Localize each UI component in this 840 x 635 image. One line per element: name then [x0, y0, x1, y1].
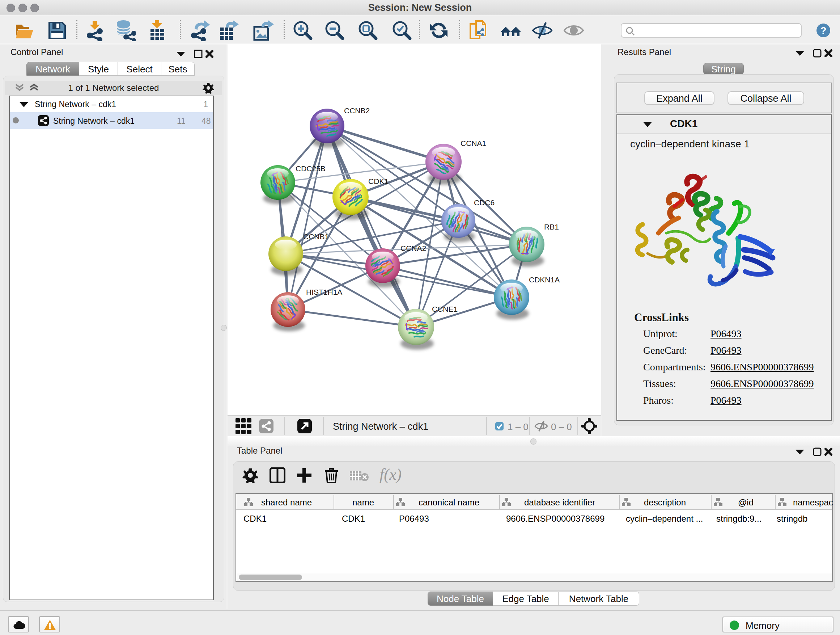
- svg-text:CCNB2: CCNB2: [344, 106, 370, 115]
- svg-text:CCNB1: CCNB1: [303, 233, 329, 241]
- svg-text:?: ?: [820, 25, 826, 36]
- svg-text:CDKN1A: CDKN1A: [529, 276, 560, 284]
- svg-text:CDK1: CDK1: [368, 177, 388, 185]
- svg-text:CCNA1: CCNA1: [461, 139, 486, 147]
- svg-text:CCNA2: CCNA2: [401, 244, 426, 252]
- svg-text:RB1: RB1: [544, 223, 559, 231]
- svg-text:CCNE1: CCNE1: [432, 305, 458, 313]
- svg-text:CDC6: CDC6: [474, 198, 494, 207]
- svg-text:CDC25B: CDC25B: [295, 165, 325, 173]
- svg-text:HIST1H1A: HIST1H1A: [306, 288, 342, 296]
